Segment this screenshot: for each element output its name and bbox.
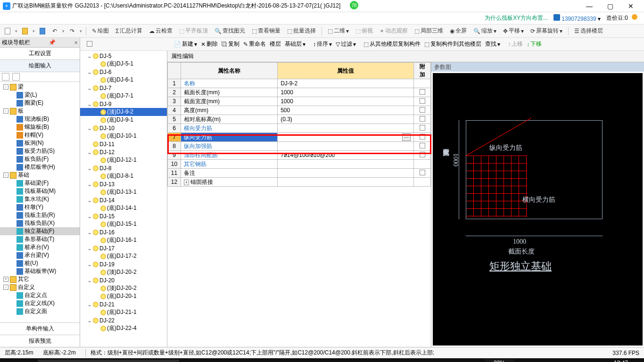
- tree-item[interactable]: 板负筋(F): [0, 155, 80, 163]
- batch-button[interactable]: ⬚ 批量选择: [285, 26, 318, 36]
- tree-item[interactable]: 圈梁(E): [0, 99, 80, 107]
- mode-1[interactable]: [2, 73, 9, 81]
- tree-item[interactable]: 条形基础(T): [0, 235, 80, 243]
- instance-item[interactable]: ⌄DJ-10: [80, 124, 167, 132]
- tree-item[interactable]: 筏板基础(M): [0, 187, 80, 195]
- filter-button[interactable]: ▽过滤 ▾: [336, 40, 356, 48]
- task-app-4[interactable]: [247, 358, 268, 362]
- cloud-check-button[interactable]: ☁ 云检查: [147, 26, 174, 36]
- prop-row[interactable]: 8纵向加强筋: [168, 142, 431, 151]
- instance-item[interactable]: (顶)DJ-9-2: [80, 108, 167, 116]
- instance-item[interactable]: ⌄DJ-20: [80, 276, 167, 284]
- zoom-button[interactable]: 🔍 缩放 ▾: [471, 26, 498, 36]
- drawing-button[interactable]: ✎绘图: [90, 26, 111, 36]
- instance-item[interactable]: ⌄DJ-15: [80, 212, 167, 220]
- instance-item[interactable]: ⌄DJ-7: [80, 84, 167, 92]
- instance-item[interactable]: (底)DJ-7-1: [80, 92, 167, 100]
- instance-item[interactable]: ⌄DJ-13: [80, 180, 167, 188]
- rename-button[interactable]: ✎重命名: [243, 40, 266, 48]
- tree-item[interactable]: 筏板负筋(X): [0, 219, 80, 227]
- copy-to-button[interactable]: ⬚复制构件到其他楼层: [424, 40, 481, 48]
- tree-item[interactable]: -梁: [0, 83, 80, 91]
- task-app-2[interactable]: [204, 358, 224, 362]
- tree-item[interactable]: 楼层板带(H): [0, 163, 80, 171]
- copy-from-button[interactable]: ⬚从其他楼层复制构件: [363, 40, 421, 48]
- tree-item[interactable]: 基础板带(W): [0, 267, 80, 275]
- up-button[interactable]: ↑上移: [508, 40, 523, 48]
- instance-item[interactable]: ⌄DJ-12: [80, 148, 167, 156]
- tree-item[interactable]: 板洞(N): [0, 139, 80, 147]
- cpu-meter[interactable]: 33%CPU使用: [485, 359, 514, 362]
- 2d-button[interactable]: ⬚ 二维 ▾: [326, 26, 351, 36]
- single-input-tab[interactable]: 单构件输入: [0, 322, 80, 335]
- instance-item[interactable]: (底)DJ-5-1: [80, 60, 167, 68]
- task-app-1[interactable]: [182, 358, 203, 362]
- task-app-6[interactable]: [290, 358, 311, 362]
- find-button[interactable]: 查找 ▾: [485, 40, 500, 48]
- instance-item[interactable]: (底)DJ-17-2: [80, 252, 167, 260]
- instance-item[interactable]: (底)DJ-14-1: [80, 204, 167, 212]
- part3d-button[interactable]: ⬚ 局部三维: [413, 26, 445, 36]
- instance-item[interactable]: ⌄DJ-17: [80, 244, 167, 252]
- undo-button[interactable]: ↶: [50, 27, 59, 35]
- mode-2[interactable]: [12, 73, 20, 81]
- instance-item[interactable]: (底)DJ-21-1: [80, 308, 167, 316]
- tree-item[interactable]: -基础: [0, 171, 80, 179]
- floor-sel[interactable]: 基础层 ▾: [285, 40, 305, 48]
- tree-item[interactable]: 筏板主筋(R): [0, 211, 80, 219]
- instance-item[interactable]: ⌄DJ-5: [80, 52, 167, 60]
- instance-item[interactable]: (底)DJ-15-1: [80, 220, 167, 228]
- minimize-button[interactable]: —: [579, 2, 600, 10]
- tree-item[interactable]: 板受力筋(S): [0, 147, 80, 155]
- instance-item[interactable]: ⌄DJ-14: [80, 196, 167, 204]
- new-file-button[interactable]: [3, 27, 12, 35]
- findview-button[interactable]: 🔍 查找图元: [213, 26, 247, 36]
- instance-item[interactable]: ⌄DJ-22: [80, 316, 167, 324]
- prop-row[interactable]: 4高度(mm)500: [168, 106, 431, 115]
- prop-row[interactable]: 1名称DJ-9-2: [168, 79, 431, 88]
- tree-item[interactable]: -自定义: [0, 283, 80, 291]
- component-tree[interactable]: -梁梁(L)圈梁(E)-板现浇板(B)螺旋板(B)柱帽(V)板洞(N)板受力筋(…: [0, 82, 80, 322]
- instance-item[interactable]: (底)DJ-12-1: [80, 156, 167, 164]
- prop-row[interactable]: 10其它钢筋: [168, 160, 431, 169]
- tree-item[interactable]: 柱墩(Y): [0, 203, 80, 211]
- instance-item[interactable]: (底)DJ-20-1: [80, 292, 167, 300]
- instance-item[interactable]: (底)DJ-9-1: [80, 116, 167, 124]
- instance-item[interactable]: (底)DJ-13-1: [80, 188, 167, 196]
- instance-item[interactable]: ⌄DJ-19: [80, 260, 167, 268]
- copy-button[interactable]: ⿻复制: [222, 40, 239, 48]
- lookrebar-button[interactable]: ⬚ 查看钢量: [250, 26, 282, 36]
- instance-item[interactable]: ⌄DJ-8: [80, 164, 167, 172]
- delete-button[interactable]: ✕删除: [201, 40, 218, 48]
- instance-item[interactable]: (底)DJ-8-1: [80, 172, 167, 180]
- sumcalc-button[interactable]: Σ 汇总计算: [114, 26, 144, 36]
- tree-item[interactable]: 自定义面: [0, 307, 80, 315]
- flattop-button[interactable]: ⬚ 平齐板顶: [177, 26, 210, 36]
- tree-item[interactable]: +其它: [0, 275, 80, 283]
- redo-button[interactable]: ↷: [67, 27, 77, 35]
- tree-item[interactable]: 螺旋板(B): [0, 123, 80, 131]
- help-link[interactable]: 为什么筏板XY方向布置...: [485, 14, 548, 22]
- task-app-5[interactable]: [269, 358, 289, 362]
- maximize-button[interactable]: ▢: [600, 2, 620, 10]
- sort-button[interactable]: ↕排序 ▾: [313, 40, 332, 48]
- tree-item[interactable]: 基础梁(F): [0, 179, 80, 187]
- selfloor-button[interactable]: ☰ 选择楼层: [572, 26, 605, 36]
- clock[interactable]: 13:472018/10/11: [600, 360, 628, 362]
- instance-item[interactable]: ⌄DJ-6: [80, 68, 167, 76]
- instance-item[interactable]: (顶)DJ-20-2: [80, 268, 167, 276]
- tree-item[interactable]: 独立基础(F): [0, 227, 80, 235]
- prop-row[interactable]: 11备注: [168, 169, 431, 178]
- prop-row[interactable]: 9顶部柱间配筋7⌀14@100/⌀10@200: [168, 151, 431, 160]
- task-app-3[interactable]: [225, 358, 246, 362]
- instance-item[interactable]: (顶)DJ-20-2: [80, 284, 167, 292]
- pin-icon[interactable]: 📌: [49, 39, 56, 46]
- tree-item[interactable]: 自定义点: [0, 291, 80, 299]
- close-button[interactable]: ✕: [620, 2, 641, 10]
- tree-item[interactable]: 柱帽(V): [0, 131, 80, 139]
- overhead-button[interactable]: ⬚ 俯视: [354, 26, 375, 36]
- instance-item[interactable]: ⌄DJ-21: [80, 300, 167, 308]
- full-button[interactable]: ◉ 全屏: [448, 26, 469, 36]
- tree-item[interactable]: 桩(U): [0, 259, 80, 267]
- instance-tree[interactable]: ⌄DJ-5(底)DJ-5-1⌄DJ-6(底)DJ-6-1⌄DJ-7(底)DJ-7…: [80, 51, 167, 347]
